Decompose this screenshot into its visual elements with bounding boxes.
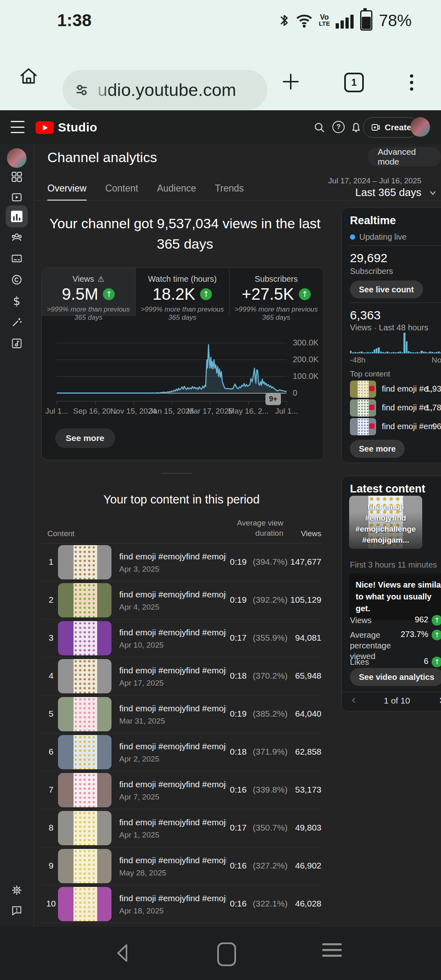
table-row[interactable]: 4find emoji #emojyfind #emojichalle...Ap…: [41, 657, 322, 695]
sidebar-item-dashboard[interactable]: [9, 169, 25, 185]
live-dot-icon: [350, 234, 355, 240]
tab-switcher-button[interactable]: 1: [344, 73, 364, 92]
notifications-icon[interactable]: [350, 122, 362, 133]
studio-logo[interactable]: Studio: [36, 120, 97, 134]
see-more-button[interactable]: See more: [55, 428, 115, 448]
table-row[interactable]: 9find emoji #emojyfind #emojichalle...Ma…: [41, 847, 322, 885]
create-label: Create: [385, 122, 411, 132]
tab-audience[interactable]: Audience: [157, 183, 196, 201]
youtube-play-icon: [36, 121, 54, 134]
gear-icon: [11, 884, 23, 896]
new-tab-button[interactable]: [280, 71, 301, 92]
realtime-top-content-item[interactable]: find emoji #em...962: [350, 418, 441, 437]
table-row[interactable]: 7find emoji #emojyfind #emojichalle...Ap…: [41, 771, 322, 809]
table-row[interactable]: 6find emoji #emojyfind #emojichalle...Ap…: [41, 733, 322, 771]
help-icon[interactable]: ?: [332, 121, 345, 133]
sidebar-item-earn[interactable]: $: [9, 293, 25, 309]
views-count: 46,028: [268, 899, 321, 909]
table-row[interactable]: 1find emoji #emojyfind #emojichalle...Ap…: [41, 543, 322, 581]
sidebar-item-settings[interactable]: [9, 882, 25, 898]
thumbnail-art: [74, 621, 97, 655]
thumbnail-art: [74, 849, 97, 883]
latest-video-title-line2: #emojichallenge #emojigam...: [349, 523, 422, 546]
updating-live-label: Updating live: [359, 232, 407, 242]
views-count: 962: [411, 422, 441, 431]
metric-tab-views[interactable]: Views⚠ 9.5M↑ >999% more than previous 36…: [42, 268, 135, 316]
sidebar-item-feedback[interactable]: [9, 902, 25, 919]
realtime-subscribers-value: 29,692: [350, 251, 388, 265]
wifi-icon: [295, 12, 313, 29]
row-rank: 7: [45, 785, 57, 795]
table-row[interactable]: 8find emoji #emojyfind #emojichalle...Ap…: [41, 809, 322, 847]
tab-content[interactable]: Content: [105, 183, 138, 201]
avg-view-duration: 0:17: [230, 823, 247, 833]
metric-tab-subscribers[interactable]: Subscribers +27.5K↑ >999% more than prev…: [229, 268, 323, 316]
battery-icon: [360, 10, 372, 31]
sidebar-item-subtitles[interactable]: [9, 250, 25, 267]
video-thumbnail: [58, 583, 111, 617]
url-bar[interactable]: udio.youtube.com: [62, 70, 267, 110]
video-title: find emoji #emojyfind #emojichalle...: [119, 552, 226, 561]
browser-menu-button[interactable]: [408, 71, 416, 94]
latest-video-thumbnail[interactable]: find emoji #emojyfind #emojichallenge #e…: [349, 496, 422, 549]
android-navbar: [0, 927, 441, 980]
table-row[interactable]: 5find emoji #emojyfind #emojichalle...Ma…: [41, 695, 322, 733]
avg-view-duration: 0:16: [230, 899, 247, 909]
sidebar-item-community[interactable]: [9, 229, 25, 245]
video-thumbnail: [58, 735, 111, 769]
see-live-count-button[interactable]: See live count: [350, 281, 423, 298]
column-avg-view-duration: Average view duration: [218, 518, 283, 538]
nav-back-button[interactable]: [114, 942, 131, 964]
copyright-icon: [11, 274, 23, 286]
nav-home-button[interactable]: [217, 942, 236, 966]
tab-trends[interactable]: Trends: [215, 183, 244, 201]
realtime-top-content-item[interactable]: find emoji #e...1,932: [350, 380, 441, 399]
table-row[interactable]: 10find emoji #emojyfind #emojichalle...A…: [41, 885, 322, 923]
row-rank: 4: [45, 671, 57, 681]
video-thumbnail: [58, 697, 111, 731]
table-row[interactable]: 2find emoji #emojyfind #emojichalle...Ap…: [41, 581, 322, 619]
video-title: find emoji #emojyfind #emojichalle...: [119, 817, 226, 827]
video-thumbnail: [58, 849, 111, 883]
video-title: find emoji #emojyfind #emojichalle...: [119, 628, 226, 637]
sidebar-item-audio-library[interactable]: [9, 335, 25, 352]
search-icon[interactable]: [314, 122, 325, 133]
sidebar: $: [0, 144, 34, 927]
views-count: 62,858: [268, 747, 321, 757]
sidebar-item-copyright[interactable]: [9, 272, 25, 288]
realtime-see-more-button[interactable]: See more: [350, 440, 405, 458]
row-rank: 5: [45, 709, 57, 719]
video-date: Apr 1, 2025: [119, 831, 159, 840]
sidebar-item-analytics[interactable]: [6, 205, 28, 227]
url-text[interactable]: udio.youtube.com: [98, 80, 236, 100]
shorts-badge-icon: [369, 405, 374, 410]
account-avatar[interactable]: [410, 117, 430, 137]
metric-tab-watch-time[interactable]: Watch time (hours) 18.2K↑ >999% more tha…: [136, 268, 229, 316]
axis-now: Now: [426, 356, 441, 365]
trend-up-icon: ↑: [432, 657, 441, 667]
realtime-top-content-item[interactable]: find emoji #e...1,784: [350, 399, 441, 418]
menu-button[interactable]: [11, 121, 24, 133]
channel-avatar[interactable]: [7, 148, 27, 168]
pagination-prev-icon[interactable]: ‹: [351, 693, 356, 707]
latest-content-panel: Latest content find emoji #emojyfind #em…: [341, 476, 441, 711]
video-date: Apr 2, 2025: [119, 755, 159, 764]
tab-overview[interactable]: Overview: [47, 183, 87, 201]
see-video-analytics-button[interactable]: See video analytics: [350, 668, 441, 686]
site-settings-icon[interactable]: [75, 83, 89, 97]
status-icons: VoLTE 78%: [279, 10, 412, 31]
avg-view-duration: 0:19: [230, 557, 247, 567]
stat-likes-value: 6: [383, 657, 428, 666]
views-count: 1,784: [411, 403, 441, 412]
thumbnail-art: [74, 735, 97, 769]
video-date: Mar 31, 2025: [119, 717, 165, 726]
nav-recents-button[interactable]: [322, 943, 342, 957]
sidebar-item-customization[interactable]: [9, 314, 25, 330]
sidebar-item-content[interactable]: [9, 189, 25, 205]
browser-home-button[interactable]: [18, 65, 39, 87]
brand-name: Studio: [58, 120, 97, 134]
pagination-next-icon[interactable]: ›: [439, 693, 441, 707]
table-row[interactable]: 3find emoji #emojyfind #emojichalle...Ap…: [41, 619, 322, 657]
video-date: Apr 18, 2025: [119, 906, 164, 915]
realtime-title: Realtime: [350, 214, 396, 227]
